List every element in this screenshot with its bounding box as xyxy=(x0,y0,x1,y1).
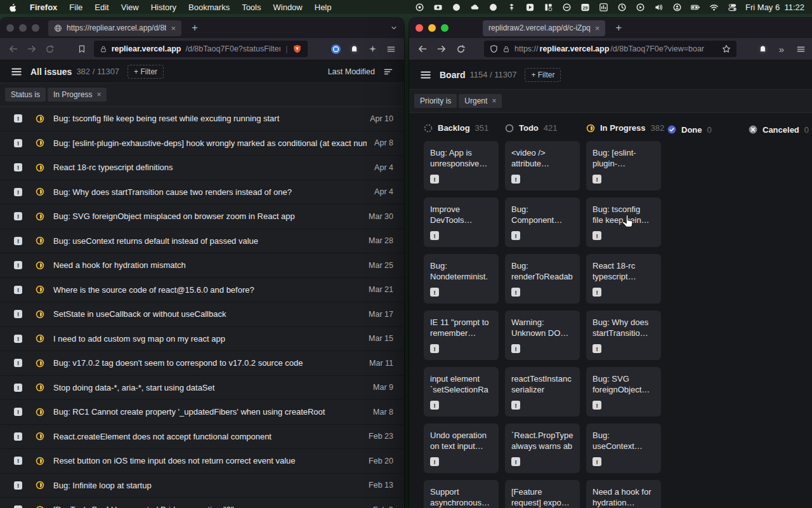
priority-urgent-icon[interactable]: ! xyxy=(430,231,439,240)
priority-urgent-icon[interactable]: ! xyxy=(14,139,22,147)
menu-item-help[interactable]: Help xyxy=(315,3,332,12)
issue-row[interactable]: !Stop doing data-*, aria-*, start using … xyxy=(0,376,404,401)
sidebar-toggle-icon[interactable] xyxy=(11,66,22,77)
forward-button[interactable] xyxy=(435,42,449,56)
priority-urgent-icon[interactable]: ! xyxy=(511,401,520,410)
volume-icon[interactable] xyxy=(653,2,664,12)
zoom-window-button[interactable] xyxy=(32,24,39,32)
priority-urgent-icon[interactable]: ! xyxy=(430,175,439,184)
status-in-progress-icon[interactable] xyxy=(36,408,44,417)
priority-urgent-icon[interactable]: ! xyxy=(14,237,22,245)
issue-row[interactable]: !I need to add custom svg map on my reac… xyxy=(0,327,404,352)
reload-button[interactable] xyxy=(454,42,468,56)
priority-urgent-icon[interactable]: ! xyxy=(14,163,22,171)
issue-row[interactable]: !Bug: RC1 Cannot create property '_updat… xyxy=(0,400,404,425)
menu-item-window[interactable]: Window xyxy=(273,3,303,12)
homebrew-icon[interactable] xyxy=(488,2,498,12)
priority-urgent-icon[interactable]: ! xyxy=(14,212,22,220)
window-manager-icon[interactable] xyxy=(543,2,553,12)
board-card[interactable]: input element`setSelectionRa! xyxy=(424,367,499,417)
status-in-progress-icon[interactable] xyxy=(36,310,44,319)
issue-row[interactable]: !Bug: Why does startTransition cause two… xyxy=(0,180,404,205)
priority-urgent-icon[interactable]: ! xyxy=(511,231,520,240)
priority-urgent-icon[interactable]: ! xyxy=(14,310,22,318)
priority-urgent-icon[interactable]: ! xyxy=(593,288,601,297)
priority-urgent-icon[interactable]: ! xyxy=(430,401,439,410)
reload-button[interactable] xyxy=(43,42,56,56)
status-in-progress-icon[interactable] xyxy=(36,383,44,392)
priority-urgent-icon[interactable]: ! xyxy=(14,457,22,465)
menu-icon[interactable] xyxy=(794,42,808,56)
status-in-progress-icon[interactable] xyxy=(36,163,44,172)
priority-urgent-icon[interactable]: ! xyxy=(14,505,22,508)
issue-row[interactable]: !Bug: [eslint-plugin-exhaustive-deps] ho… xyxy=(0,131,404,156)
board-card[interactable]: Bug: Why doesstartTransitio…! xyxy=(586,311,661,360)
sidebar-toggle-icon[interactable] xyxy=(420,69,431,81)
issue-row[interactable]: !SetState in useCallback or without useC… xyxy=(0,302,404,327)
board-card[interactable]: `React.PropTypealways warns ab! xyxy=(505,424,580,473)
menu-item-firefox[interactable]: Firefox xyxy=(30,3,57,12)
board-card[interactable]: Bug:Nondeterminist.! xyxy=(424,254,499,304)
board-card[interactable]: ImproveDevTools…! xyxy=(424,197,499,247)
ghostery-icon[interactable] xyxy=(756,42,769,56)
time-machine-icon[interactable] xyxy=(617,2,627,12)
priority-urgent-icon[interactable]: ! xyxy=(14,261,22,269)
back-button[interactable] xyxy=(416,42,429,56)
do-not-disturb-icon[interactable] xyxy=(561,2,572,12)
dropbox-icon[interactable] xyxy=(506,2,516,12)
priority-urgent-icon[interactable]: ! xyxy=(593,457,601,466)
camera-icon[interactable] xyxy=(433,2,443,12)
sort-icon[interactable] xyxy=(383,67,393,77)
priority-urgent-icon[interactable]: ! xyxy=(14,188,22,196)
new-tab-button[interactable]: + xyxy=(612,22,625,34)
status-in-progress-icon[interactable] xyxy=(36,114,44,123)
status-in-progress-icon[interactable] xyxy=(36,505,44,508)
filter-field-chip[interactable]: Status is xyxy=(5,88,46,102)
address-bar[interactable]: https:// repliear.vercel.app /d/8bTaoq7F… xyxy=(484,41,737,57)
board-card[interactable]: [Featurerequest] expo…! xyxy=(505,480,580,508)
sort-label[interactable]: Last Modified xyxy=(328,67,375,76)
control-center-icon[interactable] xyxy=(727,2,737,12)
priority-urgent-icon[interactable]: ! xyxy=(14,408,22,416)
browser-tab[interactable]: replidraw2.vercel.app/d/c-iZpq × xyxy=(483,20,605,36)
calendar-icon[interactable]: 29 xyxy=(580,2,590,12)
zoom-window-button[interactable] xyxy=(441,24,449,32)
menu-icon[interactable] xyxy=(384,42,398,56)
board-card[interactable]: Bug:Component…! xyxy=(505,197,580,247)
tracking-protection-shield-icon[interactable] xyxy=(490,44,498,53)
remove-filter-icon[interactable]: × xyxy=(96,90,101,99)
address-bar[interactable]: repliear.vercel.app /d/8bTaoq7F0e?status… xyxy=(94,41,308,57)
browser-tab[interactable]: https://repliear.vercel.app/d/8b × xyxy=(48,20,181,36)
menu-item-file[interactable]: File xyxy=(69,3,82,12)
priority-urgent-icon[interactable]: ! xyxy=(593,344,601,353)
password-manager-icon[interactable] xyxy=(329,42,343,56)
battery-icon[interactable] xyxy=(690,2,700,12)
new-tab-button[interactable]: + xyxy=(188,22,202,34)
status-in-progress-icon[interactable] xyxy=(36,359,44,368)
board-card[interactable]: Supportasynchronous…! xyxy=(424,480,499,508)
issue-row[interactable]: !Where is the source code of react@15.6.… xyxy=(0,278,404,303)
board-card[interactable]: React 18-rctypescript…! xyxy=(586,254,661,304)
menu-item-history[interactable]: History xyxy=(151,3,176,12)
board-card[interactable]: Bug: [eslint-plugin-…! xyxy=(586,141,661,190)
priority-urgent-icon[interactable]: ! xyxy=(430,344,439,353)
minimize-window-button[interactable] xyxy=(428,24,436,32)
status-in-progress-icon[interactable] xyxy=(36,334,44,343)
priority-urgent-icon[interactable]: ! xyxy=(593,175,601,184)
menu-bar-clock[interactable]: Fri May 6 11:22 xyxy=(745,3,804,12)
close-window-button[interactable] xyxy=(6,24,14,32)
board-card[interactable]: Bug: SVGforeignObject…! xyxy=(586,367,661,417)
priority-urgent-icon[interactable]: ! xyxy=(14,384,22,392)
filter-value-chip[interactable]: In Progress× xyxy=(48,88,107,102)
board-card[interactable]: Bug: App isunresponsive…! xyxy=(424,141,499,190)
priority-urgent-icon[interactable]: ! xyxy=(593,401,601,410)
status-in-progress-icon[interactable] xyxy=(36,285,44,294)
wifi-icon[interactable] xyxy=(709,2,719,12)
screen-record-icon[interactable] xyxy=(414,2,424,12)
minimize-window-button[interactable] xyxy=(19,24,27,32)
status-in-progress-icon[interactable] xyxy=(36,212,44,221)
board-card[interactable]: Warning:Unknown DO…! xyxy=(505,311,580,360)
add-filter-button[interactable]: + Filter xyxy=(525,68,561,82)
issue-row[interactable]: !React.createElement does not accept fun… xyxy=(0,425,404,450)
priority-urgent-icon[interactable]: ! xyxy=(593,231,601,240)
